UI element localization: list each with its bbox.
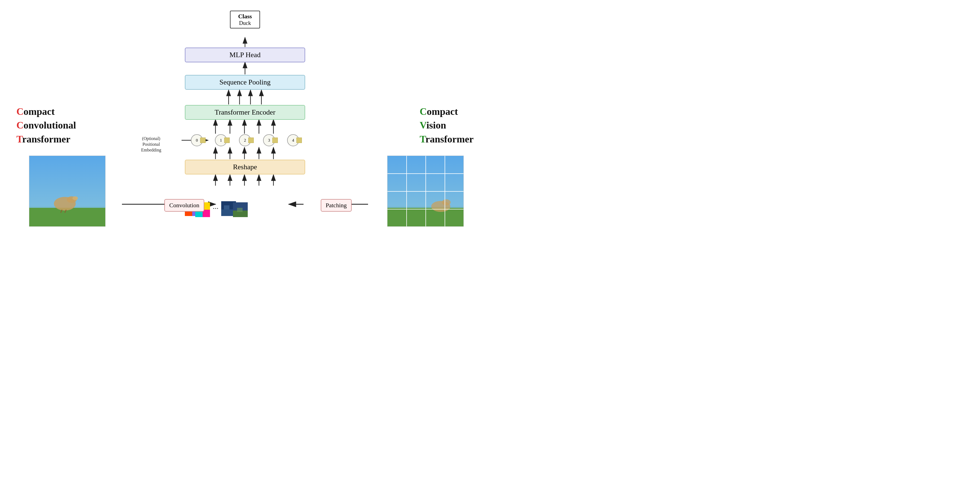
token-3-square bbox=[272, 138, 278, 143]
positional-embedding-label: (Optional)PositionalEmbedding bbox=[141, 136, 161, 153]
duck-label: Duck bbox=[237, 20, 253, 26]
convolution-label: Convolution bbox=[169, 202, 199, 209]
feature-map-4 bbox=[233, 202, 248, 217]
class-label: Class bbox=[237, 13, 253, 20]
token-2: 2 bbox=[239, 134, 251, 146]
right-t: T bbox=[420, 134, 425, 145]
right-v: V bbox=[420, 120, 426, 131]
token-2-label: 2 bbox=[244, 138, 246, 143]
transformer-encoder-label: Transformer Encoder bbox=[215, 108, 275, 116]
svg-rect-43 bbox=[237, 208, 243, 212]
left-c2: C bbox=[16, 120, 24, 131]
token-0-square bbox=[200, 138, 205, 143]
right-ision: ision bbox=[426, 120, 446, 131]
tokens-row: 0 1 2 3 4 bbox=[185, 134, 305, 146]
svg-rect-45 bbox=[29, 208, 105, 227]
mlp-head-box: MLP Head bbox=[185, 48, 305, 62]
dots-separator: ··· bbox=[213, 204, 218, 213]
main-diagram: Class Duck MLP Head Sequence Pooling Tra… bbox=[122, 8, 368, 243]
mlp-label: MLP Head bbox=[229, 51, 261, 59]
left-onvolutional: onvolutional bbox=[24, 120, 76, 131]
sequence-pooling-box: Sequence Pooling bbox=[185, 75, 305, 90]
token-0: 0 bbox=[191, 134, 203, 146]
token-3-label: 3 bbox=[268, 138, 270, 143]
class-box: Class Duck bbox=[230, 11, 260, 29]
token-2-square bbox=[248, 138, 254, 143]
grid-image-right bbox=[387, 156, 464, 227]
right-ransformer: ransformer bbox=[425, 134, 474, 145]
left-c1: C bbox=[16, 106, 24, 117]
left-title: Compact Convolutional Transformer bbox=[16, 105, 76, 146]
main-container: Compact Convolutional Transformer Compac… bbox=[0, 0, 490, 251]
left-ransformer: ransformer bbox=[22, 134, 70, 145]
svg-point-48 bbox=[72, 196, 78, 200]
right-ompact: ompact bbox=[427, 106, 458, 117]
right-title: Compact Vision Transformer bbox=[420, 105, 474, 146]
token-1: 1 bbox=[215, 134, 227, 146]
token-3: 3 bbox=[263, 134, 275, 146]
token-4-label: 4 bbox=[292, 138, 294, 143]
svg-point-54 bbox=[442, 199, 450, 205]
convolution-box: Convolution bbox=[164, 199, 204, 211]
reshape-label: Reshape bbox=[233, 163, 257, 171]
left-ompact: ompact bbox=[24, 106, 55, 117]
right-c1: C bbox=[420, 106, 427, 117]
svg-rect-40 bbox=[224, 205, 229, 210]
token-1-label: 1 bbox=[220, 138, 222, 143]
token-1-square bbox=[224, 138, 230, 143]
token-4-square bbox=[296, 138, 302, 143]
token-4: 4 bbox=[287, 134, 299, 146]
seq-pooling-label: Sequence Pooling bbox=[219, 78, 270, 86]
patching-label: Patching bbox=[326, 202, 347, 209]
duck-image-left bbox=[29, 156, 105, 227]
transformer-encoder-box: Transformer Encoder bbox=[185, 105, 305, 120]
token-0-label: 0 bbox=[196, 138, 198, 143]
patching-box: Patching bbox=[321, 199, 352, 211]
reshape-box: Reshape bbox=[185, 160, 305, 175]
left-t: T bbox=[16, 134, 22, 145]
